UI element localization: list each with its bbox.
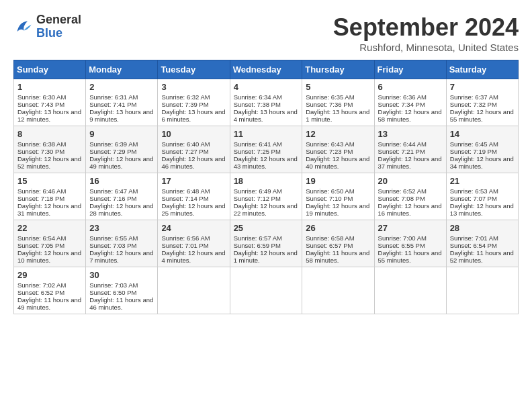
day-number: 15 bbox=[17, 176, 82, 186]
sunrise-text: Sunrise: 6:34 AM bbox=[234, 93, 282, 101]
sunset-text: Sunset: 7:29 PM bbox=[89, 148, 136, 155]
calendar-cell: 9 Sunrise: 6:39 AM Sunset: 7:29 PM Dayli… bbox=[86, 126, 158, 173]
daylight-text: Daylight: 12 hours and 37 minutes. bbox=[378, 155, 442, 170]
calendar-cell: 17 Sunrise: 6:48 AM Sunset: 7:14 PM Dayl… bbox=[158, 173, 230, 220]
day-number: 26 bbox=[306, 223, 370, 233]
location-title: Rushford, Minnesota, United States bbox=[333, 42, 519, 53]
calendar-cell: 30 Sunrise: 7:03 AM Sunset: 6:50 PM Dayl… bbox=[86, 267, 158, 314]
sunrise-text: Sunrise: 6:49 AM bbox=[234, 187, 282, 195]
daylight-text: Daylight: 13 hours and 1 minute. bbox=[306, 108, 369, 123]
day-number: 1 bbox=[17, 82, 82, 92]
sunset-text: Sunset: 7:07 PM bbox=[450, 195, 497, 202]
day-number: 9 bbox=[89, 129, 154, 139]
logo: General Blue bbox=[13, 13, 81, 40]
daylight-text: Daylight: 13 hours and 4 minutes. bbox=[234, 108, 298, 123]
sunrise-text: Sunrise: 7:02 AM bbox=[17, 281, 66, 289]
calendar-cell: 24 Sunrise: 6:56 AM Sunset: 7:01 PM Dayl… bbox=[158, 220, 230, 267]
sunset-text: Sunset: 7:19 PM bbox=[450, 148, 497, 155]
logo-blue-text: Blue bbox=[36, 26, 62, 40]
day-number: 20 bbox=[378, 176, 443, 186]
sunset-text: Sunset: 7:39 PM bbox=[161, 101, 208, 108]
daylight-text: Daylight: 12 hours and 16 minutes. bbox=[378, 202, 442, 217]
daylight-text: Daylight: 12 hours and 34 minutes. bbox=[450, 155, 514, 170]
day-number: 17 bbox=[161, 176, 226, 186]
daylight-text: Daylight: 11 hours and 49 minutes. bbox=[17, 296, 81, 311]
sunrise-text: Sunrise: 6:56 AM bbox=[161, 234, 210, 242]
day-number: 18 bbox=[234, 176, 299, 186]
day-number: 23 bbox=[89, 223, 154, 233]
sunset-text: Sunset: 7:43 PM bbox=[17, 101, 64, 108]
calendar-day-header: Saturday bbox=[446, 60, 518, 79]
daylight-text: Daylight: 12 hours and 10 minutes. bbox=[17, 249, 81, 264]
sunset-text: Sunset: 7:25 PM bbox=[234, 148, 281, 155]
daylight-text: Daylight: 12 hours and 40 minutes. bbox=[306, 155, 369, 170]
calendar-week-row: 8 Sunrise: 6:38 AM Sunset: 7:30 PM Dayli… bbox=[14, 126, 519, 173]
daylight-text: Daylight: 12 hours and 58 minutes. bbox=[378, 108, 442, 123]
daylight-text: Daylight: 13 hours and 9 minutes. bbox=[89, 108, 153, 123]
daylight-text: Daylight: 11 hours and 52 minutes. bbox=[450, 249, 514, 264]
sunrise-text: Sunrise: 6:46 AM bbox=[17, 187, 66, 195]
day-number: 3 bbox=[161, 82, 226, 92]
calendar-cell: 29 Sunrise: 7:02 AM Sunset: 6:52 PM Dayl… bbox=[14, 267, 86, 314]
calendar-week-row: 1 Sunrise: 6:30 AM Sunset: 7:43 PM Dayli… bbox=[14, 79, 519, 126]
daylight-text: Daylight: 12 hours and 52 minutes. bbox=[17, 155, 81, 170]
calendar-cell: 16 Sunrise: 6:47 AM Sunset: 7:16 PM Dayl… bbox=[86, 173, 158, 220]
sunrise-text: Sunrise: 6:44 AM bbox=[378, 140, 427, 148]
calendar-cell: 14 Sunrise: 6:45 AM Sunset: 7:19 PM Dayl… bbox=[446, 126, 518, 173]
sunrise-text: Sunrise: 6:55 AM bbox=[89, 234, 138, 242]
sunset-text: Sunset: 6:59 PM bbox=[234, 242, 281, 249]
sunset-text: Sunset: 7:30 PM bbox=[17, 148, 64, 155]
page-header: General Blue September 2024 Rushford, Mi… bbox=[13, 13, 519, 53]
day-number: 24 bbox=[161, 223, 226, 233]
sunrise-text: Sunrise: 7:03 AM bbox=[89, 281, 138, 289]
calendar-cell: 25 Sunrise: 6:57 AM Sunset: 6:59 PM Dayl… bbox=[230, 220, 302, 267]
calendar-week-row: 22 Sunrise: 6:54 AM Sunset: 7:05 PM Dayl… bbox=[14, 220, 519, 267]
daylight-text: Daylight: 12 hours and 7 minutes. bbox=[89, 249, 153, 264]
sunrise-text: Sunrise: 6:47 AM bbox=[89, 187, 138, 195]
calendar-cell: 3 Sunrise: 6:32 AM Sunset: 7:39 PM Dayli… bbox=[158, 79, 230, 126]
sunset-text: Sunset: 6:57 PM bbox=[306, 242, 353, 249]
sunset-text: Sunset: 6:54 PM bbox=[450, 242, 497, 249]
sunrise-text: Sunrise: 7:01 AM bbox=[450, 234, 498, 242]
sunrise-text: Sunrise: 6:36 AM bbox=[378, 93, 427, 101]
sunset-text: Sunset: 7:10 PM bbox=[306, 195, 353, 202]
daylight-text: Daylight: 12 hours and 46 minutes. bbox=[161, 155, 225, 170]
daylight-text: Daylight: 12 hours and 55 minutes. bbox=[450, 108, 514, 123]
sunrise-text: Sunrise: 6:58 AM bbox=[306, 234, 354, 242]
calendar-cell: 5 Sunrise: 6:35 AM Sunset: 7:36 PM Dayli… bbox=[302, 79, 374, 126]
sunrise-text: Sunrise: 6:45 AM bbox=[450, 140, 498, 148]
calendar-cell bbox=[230, 267, 302, 314]
calendar-day-header: Thursday bbox=[302, 60, 374, 79]
sunset-text: Sunset: 7:41 PM bbox=[89, 101, 136, 108]
calendar-cell: 11 Sunrise: 6:41 AM Sunset: 7:25 PM Dayl… bbox=[230, 126, 302, 173]
calendar-cell: 15 Sunrise: 6:46 AM Sunset: 7:18 PM Dayl… bbox=[14, 173, 86, 220]
sunset-text: Sunset: 7:21 PM bbox=[378, 148, 425, 155]
calendar-day-header: Sunday bbox=[14, 60, 86, 79]
daylight-text: Daylight: 12 hours and 31 minutes. bbox=[17, 202, 81, 217]
day-number: 22 bbox=[17, 223, 82, 233]
calendar-day-header: Wednesday bbox=[230, 60, 302, 79]
calendar-cell: 27 Sunrise: 7:00 AM Sunset: 6:55 PM Dayl… bbox=[374, 220, 446, 267]
calendar-cell: 10 Sunrise: 6:40 AM Sunset: 7:27 PM Dayl… bbox=[158, 126, 230, 173]
sunrise-text: Sunrise: 6:57 AM bbox=[234, 234, 282, 242]
calendar-cell bbox=[446, 267, 518, 314]
day-number: 2 bbox=[89, 82, 154, 92]
day-number: 6 bbox=[378, 82, 443, 92]
day-number: 10 bbox=[161, 129, 226, 139]
sunrise-text: Sunrise: 6:38 AM bbox=[17, 140, 66, 148]
sunset-text: Sunset: 6:50 PM bbox=[89, 289, 136, 296]
month-title: September 2024 bbox=[333, 13, 519, 42]
day-number: 29 bbox=[17, 270, 82, 280]
logo-bird-icon bbox=[13, 17, 32, 36]
sunrise-text: Sunrise: 6:53 AM bbox=[450, 187, 498, 195]
calendar-cell: 26 Sunrise: 6:58 AM Sunset: 6:57 PM Dayl… bbox=[302, 220, 374, 267]
calendar-header-row: SundayMondayTuesdayWednesdayThursdayFrid… bbox=[14, 60, 519, 79]
daylight-text: Daylight: 11 hours and 55 minutes. bbox=[378, 249, 442, 264]
calendar-cell bbox=[374, 267, 446, 314]
sunset-text: Sunset: 7:16 PM bbox=[89, 195, 136, 202]
daylight-text: Daylight: 11 hours and 46 minutes. bbox=[89, 296, 153, 311]
sunset-text: Sunset: 7:05 PM bbox=[17, 242, 64, 249]
calendar-table: SundayMondayTuesdayWednesdayThursdayFrid… bbox=[13, 60, 519, 314]
calendar-cell: 2 Sunrise: 6:31 AM Sunset: 7:41 PM Dayli… bbox=[86, 79, 158, 126]
sunrise-text: Sunrise: 6:35 AM bbox=[306, 93, 354, 101]
